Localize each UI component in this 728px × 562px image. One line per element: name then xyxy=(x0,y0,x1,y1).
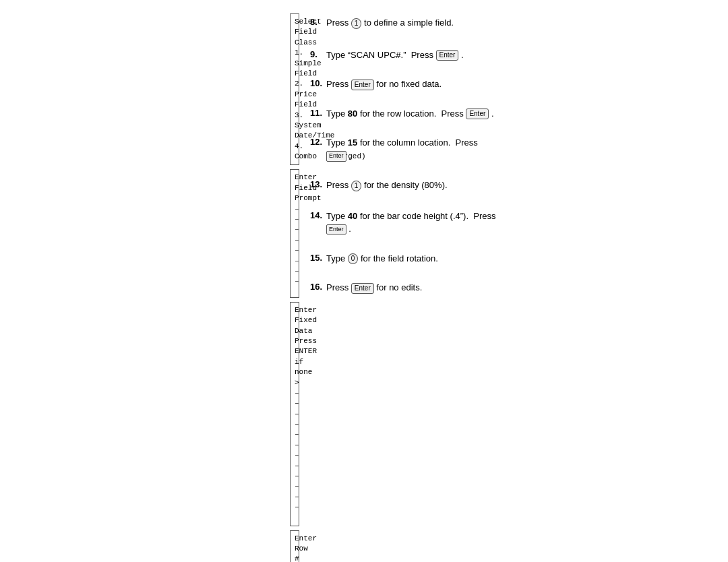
instruction-number: 11. xyxy=(310,107,326,118)
bold-value: 15 xyxy=(348,137,357,148)
instruction-16: 16. Press Enter for no edits. xyxy=(310,281,708,296)
instruction-text: Press 1 for the density (80%). xyxy=(326,179,708,192)
bold-value: 40 xyxy=(348,211,357,221)
key-1: 1 xyxy=(351,18,362,29)
instruction-number: 12. xyxy=(310,136,326,147)
key-0: 0 xyxy=(348,253,359,264)
instruction-text: Type “SCAN UPC#.” Press Enter . xyxy=(326,49,708,62)
left-column: Select Field Class 1. Simple Field 2. Pr… xyxy=(0,13,297,562)
instruction-12: 12. Type 15 for the column location. Pre… xyxy=(310,136,708,164)
instruction-text: Type 15 for the column location. Press E… xyxy=(326,136,708,162)
key-enter: Enter xyxy=(326,224,346,235)
key-enter: Enter xyxy=(326,151,346,162)
instruction-15: 15. Type 0 for the field rotation. xyxy=(310,252,708,267)
instruction-text: Press Enter for no fixed data. xyxy=(326,77,708,91)
instruction-number: 16. xyxy=(310,281,326,292)
instruction-text: Type 0 for the field rotation. xyxy=(326,252,708,266)
instruction-text: Press Enter for no edits. xyxy=(326,281,708,294)
instruction-13: 13. Press 1 for the density (80%). xyxy=(310,179,708,193)
key-1: 1 xyxy=(351,181,362,191)
instruction-text: Type 80 for the row location. Press Ente… xyxy=(326,107,708,121)
instruction-8: 8. Press 1 to define a simple field. xyxy=(310,16,708,31)
key-enter: Enter xyxy=(436,50,459,61)
instruction-number: 14. xyxy=(310,210,326,220)
key-enter: Enter xyxy=(466,108,489,119)
key-enter: Enter xyxy=(351,283,374,294)
instruction-number: 8. xyxy=(310,16,326,27)
instruction-number: 15. xyxy=(310,252,326,263)
instruction-9: 9. Type “SCAN UPC#.” Press Enter . xyxy=(310,49,708,63)
instruction-text: Type 40 for the bar code height (.4”). P… xyxy=(326,210,708,236)
instruction-11: 11. Type 80 for the row location. Press … xyxy=(310,107,708,122)
instruction-10: 10. Press Enter for no fixed data. xyxy=(310,77,708,92)
key-enter: Enter xyxy=(351,80,374,90)
right-column: 8. Press 1 to define a simple field. 9. … xyxy=(297,13,728,562)
instruction-14: 14. Type 40 for the bar code height (.4”… xyxy=(310,210,708,237)
instruction-text: Press 1 to define a simple field. xyxy=(326,16,708,30)
instruction-number: 9. xyxy=(310,49,326,59)
instruction-number: 10. xyxy=(310,77,326,88)
page-container: Select Field Class 1. Simple Field 2. Pr… xyxy=(0,0,728,562)
bold-value: 80 xyxy=(348,108,357,119)
instruction-number: 13. xyxy=(310,179,326,189)
